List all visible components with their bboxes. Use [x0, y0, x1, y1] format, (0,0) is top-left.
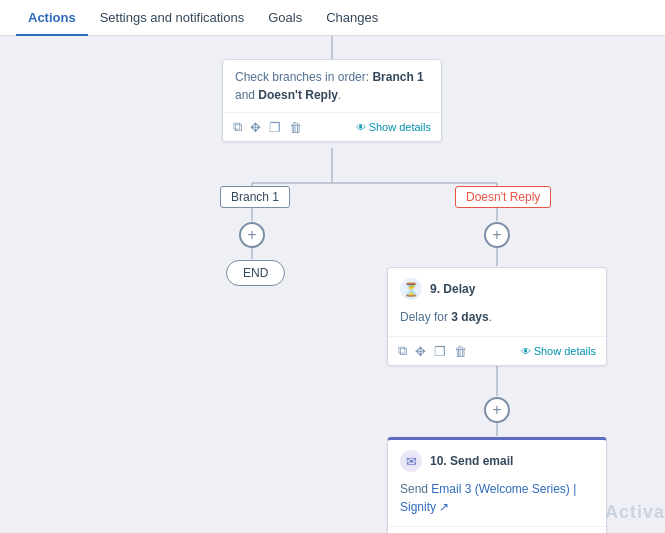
- branch1-label: Branch 1: [220, 186, 290, 208]
- delay-duplicate-icon[interactable]: ❐: [434, 344, 446, 359]
- branch-check-body: Check branches in order: Branch 1 and Do…: [223, 60, 441, 112]
- workflow-canvas: Check branches in order: Branch 1 and Do…: [0, 36, 665, 533]
- envelope-icon: ✉: [406, 454, 417, 469]
- delay-card-footer: ⧉ ✥ ❐ 🗑 Show details: [388, 336, 606, 365]
- delete-icon[interactable]: 🗑: [289, 120, 302, 135]
- duplicate-icon[interactable]: ❐: [269, 120, 281, 135]
- doesnt-reply-label: Doesn't Reply: [455, 186, 551, 208]
- top-navigation: Actions Settings and notifications Goals…: [0, 0, 665, 36]
- send-email-card: ✉ 10. Send email Send Email 3 (Welcome S…: [387, 437, 607, 533]
- branch-check-card: Check branches in order: Branch 1 and Do…: [222, 59, 442, 142]
- tab-changes[interactable]: Changes: [314, 0, 390, 36]
- copy-icon[interactable]: ⧉: [233, 119, 242, 135]
- plus-icon-doesnt-reply: +: [492, 226, 501, 244]
- plus-icon-branch1: +: [247, 226, 256, 244]
- delay-card-header: ⏳ 9. Delay: [388, 268, 606, 306]
- email-icon: ✉: [400, 450, 422, 472]
- email-link[interactable]: Email 3 (Welcome Series) | Signity ↗: [400, 482, 576, 514]
- tab-settings[interactable]: Settings and notifications: [88, 0, 257, 36]
- branch-check-footer: ⧉ ✥ ❐ 🗑 Show details: [223, 112, 441, 141]
- send-email-footer: ⧉ ✥ ❐ 🗑 Show details: [388, 526, 606, 533]
- hourglass-icon: ⏳: [403, 282, 419, 297]
- activate-watermark: Activa: [605, 502, 665, 523]
- send-email-title: 10. Send email: [430, 454, 513, 468]
- tab-actions[interactable]: Actions: [16, 0, 88, 36]
- move-icon[interactable]: ✥: [250, 120, 261, 135]
- add-button-after-delay[interactable]: +: [484, 397, 510, 423]
- end-node: END: [226, 260, 285, 286]
- branch-check-show-details[interactable]: Show details: [356, 121, 431, 133]
- delay-card-body: Delay for 3 days.: [388, 306, 606, 336]
- delay-card: ⏳ 9. Delay Delay for 3 days. ⧉ ✥ ❐ 🗑 Sho…: [387, 267, 607, 366]
- delay-delete-icon[interactable]: 🗑: [454, 344, 467, 359]
- tab-goals[interactable]: Goals: [256, 0, 314, 36]
- delay-move-icon[interactable]: ✥: [415, 344, 426, 359]
- add-button-branch1[interactable]: +: [239, 222, 265, 248]
- delay-copy-icon[interactable]: ⧉: [398, 343, 407, 359]
- delay-show-details[interactable]: Show details: [521, 345, 596, 357]
- send-email-body: Send Email 3 (Welcome Series) | Signity …: [388, 478, 606, 526]
- delay-icon: ⏳: [400, 278, 422, 300]
- plus-icon-after-delay: +: [492, 401, 501, 419]
- add-button-doesnt-reply[interactable]: +: [484, 222, 510, 248]
- send-email-header: ✉ 10. Send email: [388, 440, 606, 478]
- delay-step-title: 9. Delay: [430, 282, 475, 296]
